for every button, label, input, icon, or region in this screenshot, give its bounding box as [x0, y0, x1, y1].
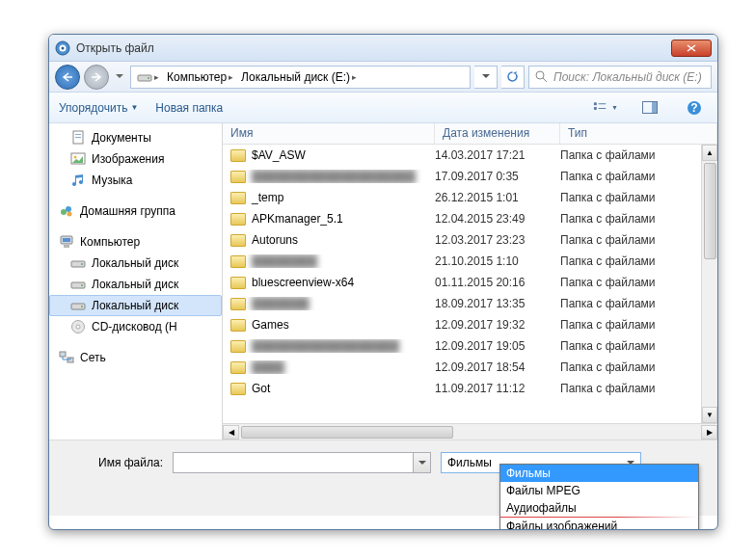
- file-list[interactable]: $AV_ASW14.03.2017 17:21Папка с файлами██…: [223, 145, 717, 423]
- sidebar-drive-item[interactable]: Локальный диск: [49, 253, 222, 274]
- file-name: _temp: [252, 191, 283, 204]
- vertical-scrollbar[interactable]: ▲ ▼: [701, 145, 717, 423]
- file-type: Папка с файлами: [560, 191, 717, 204]
- back-button[interactable]: [55, 65, 80, 90]
- file-type: Папка с файлами: [560, 212, 717, 226]
- sidebar-drive-item[interactable]: CD-дисковод (H: [49, 316, 222, 337]
- file-row[interactable]: Autoruns12.03.2017 23:23Папка с файлами: [223, 229, 717, 251]
- scroll-right-button[interactable]: ▶: [701, 425, 717, 440]
- search-icon: [535, 70, 548, 83]
- file-row[interactable]: Got11.09.2017 11:12Папка с файлами: [223, 378, 717, 399]
- file-row[interactable]: $AV_ASW14.03.2017 17:21Папка с файлами: [223, 145, 717, 166]
- sidebar-library-item[interactable]: Музыка: [49, 170, 222, 191]
- dialog-body: ДокументыИзображенияМузыка Домашняя груп…: [49, 123, 717, 440]
- scroll-thumb[interactable]: [704, 163, 716, 259]
- file-row[interactable]: bluescreenview-x6401.11.2015 20:16Папка …: [223, 272, 717, 293]
- column-type[interactable]: Тип: [560, 123, 717, 144]
- sidebar-label: CD-дисковод (H: [92, 320, 177, 333]
- file-name: APKmanager_5.1: [252, 212, 343, 226]
- svg-point-32: [76, 325, 80, 329]
- close-button[interactable]: [671, 40, 712, 57]
- file-type: Папка с файлами: [560, 254, 717, 268]
- drive-icon: [137, 69, 152, 85]
- address-dropdown-button[interactable]: [474, 66, 498, 89]
- scroll-thumb[interactable]: [241, 426, 453, 439]
- new-folder-button[interactable]: Новая папка: [155, 101, 223, 115]
- folder-icon: [230, 192, 246, 204]
- svg-rect-8: [599, 103, 607, 104]
- music-icon: [70, 173, 86, 188]
- scroll-track[interactable]: [702, 161, 717, 407]
- breadcrumb-drive[interactable]: Локальный диск (E:) ▸: [237, 68, 361, 86]
- file-date: 21.10.2015 1:10: [435, 254, 560, 268]
- sidebar-library-item[interactable]: Изображения: [49, 148, 222, 170]
- navbar: ▸ Компьютер ▸ Локальный диск (E:) ▸ Поис…: [49, 62, 717, 93]
- svg-point-19: [61, 209, 67, 215]
- refresh-button[interactable]: [501, 66, 525, 89]
- nav-history-dropdown[interactable]: [113, 65, 126, 90]
- scroll-left-button[interactable]: ◀: [223, 425, 239, 440]
- svg-point-2: [62, 46, 65, 49]
- search-placeholder: Поиск: Локальный диск (E:): [553, 70, 702, 84]
- horizontal-scrollbar[interactable]: ◀ ▶: [223, 423, 717, 440]
- preview-pane-button[interactable]: [636, 97, 663, 119]
- folder-icon: [230, 149, 246, 162]
- breadcrumb-root[interactable]: ▸: [133, 67, 163, 87]
- address-bar[interactable]: ▸ Компьютер ▸ Локальный диск (E:) ▸: [130, 66, 471, 89]
- sidebar-drive-item[interactable]: Локальный диск: [49, 295, 222, 316]
- refresh-icon: [506, 70, 519, 83]
- view-options-button[interactable]: ▼: [592, 97, 619, 119]
- svg-point-30: [81, 306, 83, 307]
- file-row[interactable]: ████████21.10.2015 1:10Папка с файлами: [223, 251, 717, 272]
- filename-input[interactable]: [173, 452, 414, 473]
- file-row[interactable]: ██████████████████12.09.2017 19:05Папка …: [223, 335, 717, 357]
- file-name: ██████████████████: [252, 339, 399, 353]
- filetype-dropdown[interactable]: ФильмыФайлы MPEGАудиофайлыФайлы изображе…: [499, 464, 699, 530]
- sidebar-library-item[interactable]: Документы: [49, 127, 222, 148]
- dropdown-item[interactable]: Аудиофайлы: [500, 499, 698, 517]
- sidebar-computer[interactable]: Компьютер: [49, 231, 222, 253]
- sidebar-label: Компьютер: [80, 235, 140, 249]
- dropdown-item[interactable]: Файлы MPEG: [500, 482, 698, 499]
- file-row[interactable]: ████12.09.2017 18:54Папка с файлами: [223, 357, 717, 378]
- breadcrumb-computer[interactable]: Компьютер ▸: [163, 68, 237, 86]
- svg-point-20: [66, 206, 71, 212]
- search-input[interactable]: Поиск: Локальный диск (E:): [528, 66, 712, 89]
- file-name: Got: [252, 382, 270, 395]
- file-row[interactable]: Games12.09.2017 19:32Папка с файлами: [223, 314, 717, 335]
- column-date[interactable]: Дата изменения: [435, 123, 560, 144]
- dropdown-item[interactable]: Фильмы: [500, 465, 698, 482]
- chevron-down-icon: [418, 461, 426, 466]
- new-folder-label: Новая папка: [155, 101, 223, 115]
- scroll-down-button[interactable]: ▼: [702, 407, 717, 423]
- filename-dropdown-button[interactable]: [414, 452, 431, 473]
- svg-point-4: [148, 77, 149, 79]
- dropdown-item[interactable]: Файлы изображений: [500, 518, 698, 530]
- toolbar: Упорядочить ▼ Новая папка ▼ ?: [49, 93, 717, 123]
- file-date: 18.09.2017 13:35: [435, 297, 560, 310]
- folder-icon: [230, 383, 246, 395]
- svg-rect-9: [599, 108, 607, 109]
- help-button[interactable]: ?: [681, 97, 708, 119]
- scroll-track[interactable]: [239, 426, 701, 439]
- sidebar-homegroup[interactable]: Домашняя группа: [49, 200, 222, 222]
- sidebar-network[interactable]: Сеть: [49, 347, 222, 368]
- folder-icon: [230, 234, 246, 247]
- scroll-up-button[interactable]: ▲: [702, 145, 717, 161]
- file-date: 12.09.2017 19:05: [435, 339, 560, 353]
- file-row[interactable]: _temp26.12.2015 1:01Папка с файлами: [223, 187, 717, 208]
- homegroup-icon: [59, 203, 74, 219]
- app-icon: [55, 40, 70, 56]
- sidebar-drive-item[interactable]: Локальный диск: [49, 274, 222, 295]
- file-name: ████: [252, 360, 284, 374]
- column-name[interactable]: Имя: [223, 123, 435, 144]
- organize-button[interactable]: Упорядочить ▼: [59, 101, 138, 115]
- dialog-title: Открыть файл: [76, 41, 671, 55]
- file-row[interactable]: ███████18.09.2017 13:35Папка с файлами: [223, 293, 717, 314]
- file-type: Папка с файлами: [560, 318, 717, 332]
- file-row[interactable]: ████████████████████17.09.2017 0:35Папка…: [223, 166, 717, 187]
- arrow-left-icon: [62, 72, 73, 82]
- file-row[interactable]: APKmanager_5.112.04.2015 23:49Папка с фа…: [223, 208, 717, 229]
- folder-icon: [230, 213, 246, 226]
- forward-button[interactable]: [84, 65, 109, 90]
